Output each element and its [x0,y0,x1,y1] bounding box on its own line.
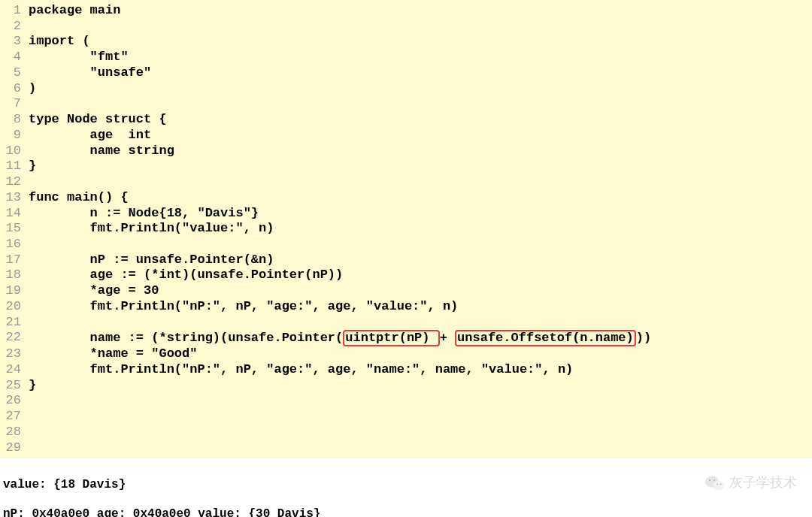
code-text: fmt.Println("value:", n) [29,221,274,237]
code-line: 15 fmt.Println("value:", n) [0,221,812,237]
line-number: 24 [0,362,29,378]
line-number: 12 [0,174,29,190]
code-line: 5 "unsafe" [0,65,812,81]
code-text: ) [29,81,36,97]
code-line: 19 *age = 30 [0,283,812,299]
code-line: 17 nP := unsafe.Pointer(&n) [0,252,812,268]
code-line: 10 name string [0,144,812,159]
output-line: value: {18 Davis} [3,478,809,493]
code-line: 29 [0,440,812,456]
line-number: 19 [0,283,29,299]
code-text: nP := unsafe.Pointer(&n) [29,252,274,268]
line-number: 20 [0,299,29,315]
line-number: 27 [0,409,29,425]
line-number: 9 [0,128,29,144]
code-text: "unsafe" [29,65,151,81]
line-number: 25 [0,378,29,394]
code-line: 1package main [0,3,812,19]
code-text: n := Node{18, "Davis"} [29,206,259,222]
code-text: name string [29,144,174,159]
highlight-box: unsafe.Offsetof(n.name) [455,330,636,346]
code-text: "fmt" [29,50,129,65]
line-number: 8 [0,112,29,128]
code-line: 8type Node struct { [0,112,812,128]
line-number: 16 [0,237,29,252]
code-line: 11} [0,159,812,174]
line-number: 2 [0,19,29,35]
line-number: 1 [0,3,29,19]
code-line: 9 age int [0,128,812,144]
code-text: package main [29,3,120,19]
line-number: 7 [0,96,29,112]
output-line: nP: 0x40a0e0 age: 0x40a0e0 value: {30 Da… [3,507,809,517]
line-number: 11 [0,159,29,174]
line-number: 17 [0,252,29,268]
svg-point-5 [720,484,722,485]
code-line: 18 age := (*int)(unsafe.Pointer(nP)) [0,268,812,283]
wechat-icon [705,475,725,491]
line-number: 13 [0,190,29,206]
code-text: *name = "Good" [29,346,197,362]
line-number: 28 [0,425,29,440]
line-number: 21 [0,315,29,331]
watermark-text: 灰子学技术 [729,475,797,491]
code-line: 23 *name = "Good" [0,346,812,362]
code-line: 6) [0,81,812,97]
code-line: 16 [0,237,812,252]
code-line: 24 fmt.Println("nP:", nP, "age:", age, "… [0,362,812,378]
code-line: 28 [0,425,812,440]
line-number: 6 [0,81,29,97]
line-number: 15 [0,221,29,237]
line-number: 26 [0,393,29,409]
watermark: 灰子学技术 [705,475,797,491]
code-text: } [29,378,36,394]
code-line: 12 [0,174,812,190]
code-line: 21 [0,315,812,331]
code-text: *age = 30 [29,283,159,299]
program-output: value: {18 Davis} nP: 0x40a0e0 age: 0x40… [0,458,812,517]
code-text: age int [29,128,151,144]
code-text: func main() { [29,190,129,206]
code-text: name := (*string)(unsafe.Pointer(uintptr… [29,330,651,346]
line-number: 5 [0,65,29,81]
svg-point-4 [717,484,718,485]
line-number: 29 [0,440,29,456]
code-line: 22 name := (*string)(unsafe.Pointer(uint… [0,330,812,346]
line-number: 3 [0,34,29,50]
code-line: 4 "fmt" [0,50,812,65]
svg-point-3 [714,479,715,481]
code-text: fmt.Println("nP:", nP, "age:", age, "val… [29,299,458,315]
code-text: } [29,159,36,174]
code-line: 13func main() { [0,190,812,206]
svg-point-2 [709,479,710,481]
code-line: 3import ( [0,34,812,50]
code-text: type Node struct { [29,112,167,128]
code-line: 7 [0,96,812,112]
code-text: fmt.Println("nP:", nP, "age:", age, "nam… [29,362,573,378]
code-line: 14 n := Node{18, "Davis"} [0,206,812,222]
svg-point-1 [714,481,725,491]
code-text: import ( [29,34,90,50]
line-number: 14 [0,206,29,222]
code-line: 25} [0,378,812,394]
line-number: 22 [0,330,29,346]
line-number: 4 [0,50,29,65]
code-editor: 1package main23import (4 "fmt"5 "unsafe"… [0,0,812,458]
line-number: 18 [0,268,29,283]
code-line: 2 [0,19,812,35]
code-text: age := (*int)(unsafe.Pointer(nP)) [29,268,343,283]
code-line: 26 [0,393,812,409]
highlight-box: uintptr(nP) [343,330,439,346]
line-number: 23 [0,346,29,362]
code-line: 27 [0,409,812,425]
line-number: 10 [0,144,29,159]
code-line: 20 fmt.Println("nP:", nP, "age:", age, "… [0,299,812,315]
